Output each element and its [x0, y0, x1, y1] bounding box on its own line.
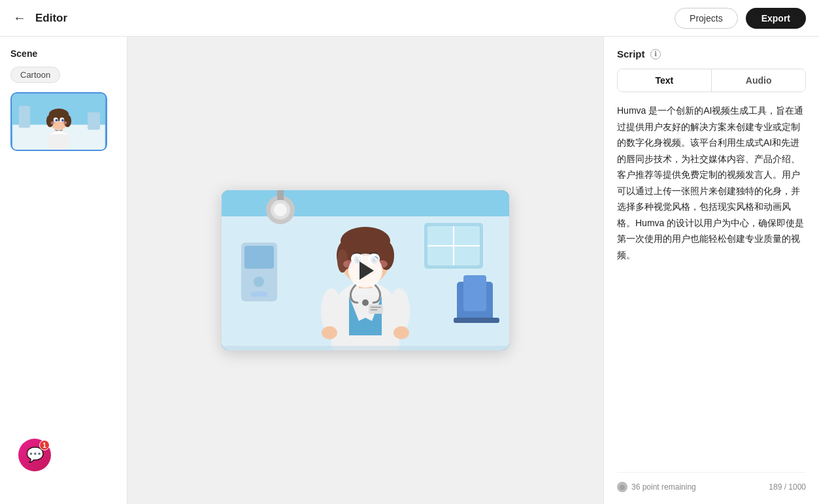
header-left: ← Editor — [13, 10, 67, 25]
char-count: 189 / 1000 — [769, 482, 806, 492]
projects-button[interactable]: Projects — [675, 8, 738, 29]
cartoon-badge[interactable]: Cartoon — [10, 67, 60, 83]
svg-rect-60 — [371, 307, 381, 308]
script-label: Script — [617, 48, 645, 59]
export-button[interactable]: Export — [746, 8, 806, 29]
info-icon[interactable]: ℹ — [650, 49, 661, 59]
editor-title: Editor — [35, 12, 67, 25]
svg-rect-26 — [277, 190, 284, 200]
svg-rect-62 — [222, 346, 509, 350]
points-remaining: ◎ 36 point remaining — [617, 482, 696, 492]
play-button[interactable] — [348, 254, 382, 288]
play-icon — [359, 261, 374, 280]
svg-point-15 — [51, 122, 56, 125]
tab-text-button[interactable]: Text — [618, 69, 711, 92]
svg-rect-2 — [19, 106, 30, 127]
right-panel: Script ℹ Text Audio Humva 是一个创新的AI视频生成工具… — [603, 37, 819, 504]
main-layout: Scene Cartoon — [0, 37, 819, 504]
scene-label: Scene — [10, 48, 116, 59]
svg-point-13 — [56, 120, 58, 121]
svg-point-40 — [393, 326, 409, 339]
scene-thumbnail[interactable] — [10, 92, 107, 151]
script-header: Script ℹ — [617, 48, 806, 59]
header-right: Projects Export — [675, 8, 806, 29]
svg-rect-28 — [244, 246, 274, 269]
video-player[interactable] — [222, 190, 509, 350]
svg-point-58 — [362, 299, 369, 306]
svg-point-25 — [274, 203, 287, 216]
svg-rect-33 — [454, 318, 499, 323]
sidebar: Scene Cartoon — [0, 37, 127, 504]
svg-rect-3 — [88, 112, 100, 130]
svg-rect-61 — [371, 309, 377, 311]
svg-point-14 — [62, 120, 63, 121]
svg-point-8 — [64, 114, 71, 127]
back-button[interactable]: ← — [13, 10, 26, 25]
tab-audio-button[interactable]: Audio — [712, 69, 805, 92]
svg-point-7 — [46, 114, 54, 127]
panel-footer: ◎ 36 point remaining 189 / 1000 — [617, 472, 806, 492]
script-text: Humva 是一个创新的AI视频生成工具，旨在通过提供用户友好的解决方案来创建专… — [617, 103, 806, 465]
header: ← Editor Projects Export — [0, 0, 819, 37]
center-content — [127, 37, 603, 504]
svg-point-16 — [62, 122, 67, 125]
coin-icon: ◎ — [617, 482, 627, 492]
svg-point-39 — [322, 326, 337, 339]
tab-toggle: Text Audio — [617, 69, 806, 92]
chat-badge: 1 — [39, 440, 50, 450]
svg-rect-30 — [251, 292, 267, 297]
svg-point-29 — [254, 277, 264, 287]
chat-bubble-button[interactable]: 💬 1 — [18, 439, 51, 471]
thumbnail-svg — [12, 93, 106, 150]
points-label: 36 point remaining — [631, 482, 696, 492]
svg-rect-32 — [463, 275, 486, 311]
